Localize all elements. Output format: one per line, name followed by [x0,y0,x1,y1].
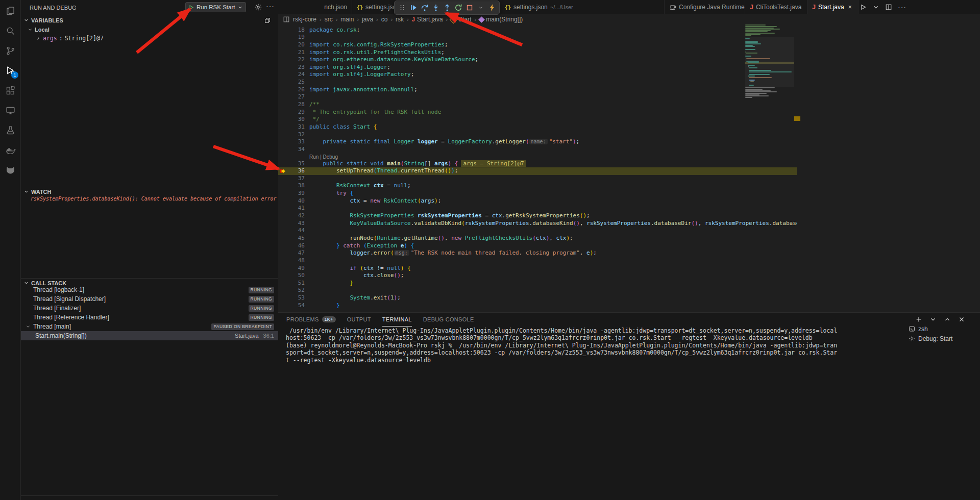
code-line-45[interactable]: 45 runNode(Runtime.getRuntime(), new Pre… [278,235,797,242]
panel-tab-debug-console[interactable]: DEBUG CONSOLE [423,313,474,327]
hot-code-replace-icon[interactable] [487,3,497,13]
breadcrumb-item[interactable]: src [325,16,333,23]
close-panel-icon[interactable] [958,316,965,323]
chevron-down-icon[interactable] [476,3,485,13]
continue-icon[interactable] [408,3,418,13]
tab-clitoolstest-java[interactable]: JCliToolsTest.java [745,0,807,14]
activity-testing[interactable] [0,120,20,140]
breadcrumb-item[interactable]: main [340,16,354,23]
terminal-output[interactable]: /usr/bin/env /Library/Internet\ Plug-Ins… [286,327,906,364]
stop-icon[interactable] [464,3,474,13]
code-line-21[interactable]: 21import co.rsk.util.PreflightChecksUtil… [278,49,797,57]
call-stack-thread[interactable]: Thread [Reference Handler]RUNNING [21,313,278,322]
code-line-32[interactable]: 32 [278,131,797,139]
more-actions-icon[interactable]: ··· [898,3,906,11]
code-line-23[interactable]: 23import org.slf4j.Logger; [278,64,797,71]
code-line-41[interactable]: 41 [278,205,797,212]
breadcrumb-item[interactable]: Start [451,16,471,23]
step-into-icon[interactable] [431,3,440,13]
code-line-29[interactable]: 29 * The entrypoint for the RSK full nod… [278,109,797,116]
watch-section-header[interactable]: WATCH [21,187,278,196]
codelens-debug-link[interactable]: Debug [323,154,338,160]
call-stack-thread[interactable]: Thread [main]PAUSED ON BREAKPOINT [21,322,278,331]
breadcrumb-item[interactable]: java [362,16,373,23]
stacked-pages-icon[interactable] [283,16,290,23]
code-line-28[interactable]: 28/** [278,101,797,109]
activity-docker[interactable] [0,140,20,160]
breadcrumb-item[interactable]: rskj-core [293,16,316,23]
code-line-19[interactable]: 19 [278,34,797,41]
code-line-38[interactable]: 38 RskContext ctx = null; [278,182,797,190]
code-line-53[interactable]: 53 System.exit(1); [278,294,797,302]
breadcrumb-item[interactable]: JStart.java [412,16,443,23]
code-line-27[interactable]: 27 [278,93,797,101]
code-line-31[interactable]: 31public class Start { [278,123,797,131]
step-out-icon[interactable] [442,3,452,13]
step-over-icon[interactable] [420,3,429,13]
code-line-50[interactable]: 50 ctx.close(); [278,272,797,280]
run-button[interactable] [860,4,867,11]
code-line-43[interactable]: 43 KeyValueDataSource.validateDbKind(rsk… [278,220,797,228]
activity-remote-explorer[interactable] [0,101,20,120]
code-line-54[interactable]: 54 } [278,302,797,310]
tab-start-java[interactable]: JStart.java× [807,0,859,14]
chevron-down-icon[interactable] [872,4,879,11]
terminal-tab-debug-start[interactable]: Debug: Start [903,334,980,343]
restart-icon[interactable] [453,3,463,13]
run-config-dropdown[interactable]: Run RSK Start [185,2,246,12]
call-stack-frame[interactable]: Start.main(String[])Start.java36:1 [21,331,278,340]
code-line-18[interactable]: 18package co.rsk; [278,27,797,34]
code-line-42[interactable]: 42 RskSystemProperties rskSystemProperti… [278,212,797,220]
terminal-tab-zsh[interactable]: zsh [903,324,980,334]
call-stack-thread[interactable]: Thread [Signal Dispatcher]RUNNING [21,294,278,304]
gear-icon[interactable] [254,3,262,11]
breadcrumb-item[interactable]: rsk [396,16,404,23]
more-actions-icon[interactable]: ··· [266,2,275,10]
code-line-25[interactable]: 25 [278,79,797,86]
chevron-down-icon[interactable] [929,316,937,323]
code-line-48[interactable]: 48 [278,257,797,265]
panel-tab-output[interactable]: OUTPUT [347,313,371,327]
code-line-52[interactable]: 52 [278,287,797,294]
code-line-36[interactable]: 36 setUpThread(Thread.currentThread()); [278,167,797,175]
activity-run-and-debug[interactable]: 1 [0,61,20,81]
activity-search[interactable] [0,21,20,41]
watch-expression[interactable]: rskSystemProperties.databaseKind(): Cann… [31,196,277,202]
variables-scope-local[interactable]: Local [28,27,50,33]
call-stack-thread[interactable]: Thread [Finalizer]RUNNING [21,304,278,313]
code-line-40[interactable]: 40 ctx = new RskContext(args); [278,197,797,205]
panel-tab-terminal[interactable]: TERMINAL [382,313,412,327]
maximize-panel-icon[interactable] [944,316,951,323]
code-line-30[interactable]: 30 */ [278,116,797,123]
code-line-34[interactable]: 34 [278,146,797,154]
code-line-22[interactable]: 22import org.ethereum.datasource.KeyValu… [278,56,797,64]
breakpoint-current-line-icon[interactable] [278,167,286,175]
new-terminal-icon[interactable] [915,316,922,323]
panel-tab-problems[interactable]: PROBLEMS1K+ [286,313,336,327]
code-line-39[interactable]: 39 try { [278,190,797,197]
panel-layout-icon[interactable] [264,17,271,24]
breadcrumb-item[interactable]: main(String[]) [479,16,523,23]
call-stack-thread[interactable]: Thread [logback-1]RUNNING [21,285,278,294]
code-line-35[interactable]: 35 public static void main(String[] args… [278,160,797,168]
activity-fox-extension[interactable] [0,160,20,180]
code-line-49[interactable]: 49 if (ctx != null) { [278,265,797,272]
tab-nch-json[interactable]: nch.json [278,0,352,14]
close-icon[interactable]: × [848,4,852,11]
code-line-47[interactable]: 47 logger.error(msg:"The RSK node main t… [278,249,797,257]
code-line-51[interactable]: 51 } [278,280,797,287]
codelens-run-link[interactable]: Run [309,154,318,160]
variables-section-header[interactable]: VARIABLES [21,16,278,24]
code-line-20[interactable]: 20import co.rsk.config.RskSystemProperti… [278,41,797,49]
tab-settings-json[interactable]: {}settings.json~/.../User [500,0,665,14]
activity-extensions[interactable] [0,81,20,101]
code-line-37[interactable]: 37 [278,175,797,183]
tab-configure-java-runtime[interactable]: Configure Java Runtime [665,0,745,14]
code-line-33[interactable]: 33 private static final Logger logger = … [278,138,797,146]
split-editor-icon[interactable] [885,4,892,11]
activity-explorer[interactable] [0,1,20,21]
breadcrumb-item[interactable]: co [381,16,388,23]
code-line-26[interactable]: 26import javax.annotation.Nonnull; [278,86,797,94]
minimap[interactable] [745,15,794,102]
activity-source-control[interactable] [0,41,20,61]
